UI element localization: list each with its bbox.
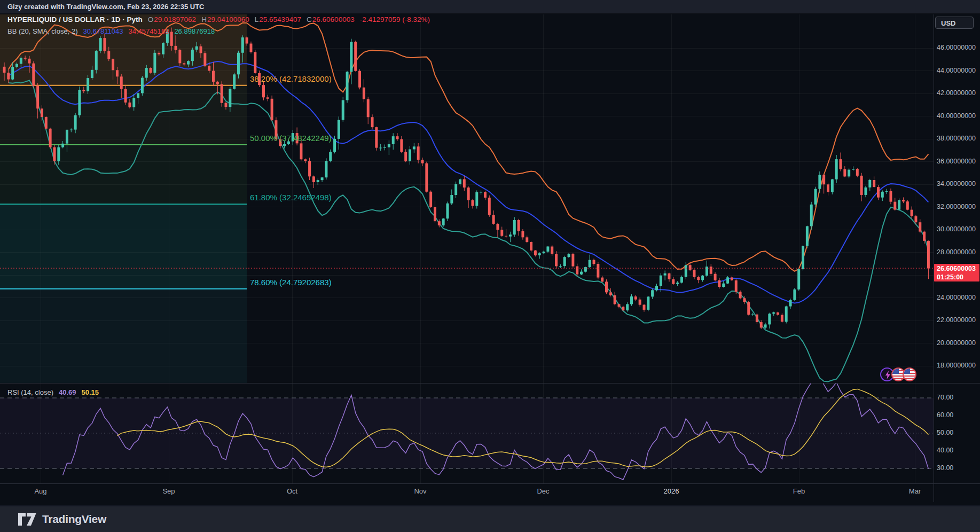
symbol-title: HYPERLIQUID / US DOLLAR · 1D · Pyth	[7, 15, 143, 24]
fib-level-label: 78.60% (24.79202683)	[250, 278, 332, 287]
ohlc-low: L25.65439407	[255, 15, 301, 24]
rsi-legend[interactable]: RSI (14, close) 40.69 50.15	[7, 388, 99, 396]
ohlc-open: O29.01897062	[148, 15, 196, 24]
price-tick: 28.00000000	[937, 248, 976, 256]
lightning-icon	[884, 371, 891, 379]
price-tick: 30.00000000	[937, 225, 976, 233]
price-tick: 22.00000000	[937, 316, 976, 324]
tradingview-logo-mark	[18, 512, 37, 526]
source-badges[interactable]	[880, 367, 916, 381]
credit-bar: Gizy created with TradingView.com, Feb 2…	[0, 0, 980, 14]
us-flag-icon[interactable]	[903, 367, 916, 381]
rsi-tick: 50.00	[937, 429, 953, 436]
rsi-ma-value: 50.15	[82, 388, 99, 396]
chart-canvas[interactable]	[0, 0, 980, 505]
last-price-value: 26.60600003	[937, 264, 979, 273]
price-tick: 36.00000000	[937, 158, 976, 165]
fib-level-label: 50.00% (37.48242249)	[250, 134, 332, 143]
rsi-tick: 30.00	[937, 464, 953, 472]
symbol-legend[interactable]: HYPERLIQUID / US DOLLAR · 1D · Pyth O29.…	[7, 15, 430, 24]
price-tick: 24.00000000	[937, 294, 976, 301]
price-tick: 46.00000000	[937, 44, 976, 51]
rsi-tick: 40.00	[937, 447, 953, 454]
close-value: 26.60600003	[312, 15, 355, 24]
time-tick: Feb	[783, 487, 815, 495]
usd-button[interactable]: USD	[935, 17, 974, 29]
change-value: -2.41297059 (-8.32%)	[360, 15, 430, 24]
price-tick: 38.00000000	[937, 135, 976, 142]
time-tick: Aug	[25, 487, 57, 495]
price-tick: 18.00000000	[937, 362, 976, 369]
bb-legend[interactable]: BB (20, SMA, close, 2) 30.67811043 34.45…	[7, 27, 215, 35]
time-tick: Sep	[153, 487, 185, 495]
price-tick: 34.00000000	[937, 180, 976, 187]
tradingview-wordmark: TradingView	[42, 513, 106, 526]
ohlc-high: H29.04100060	[201, 15, 249, 24]
open-value: 29.01897062	[154, 15, 196, 24]
time-tick: Nov	[404, 487, 436, 495]
fib-level-label: 61.80% (32.24652498)	[250, 193, 332, 202]
price-tick: 44.00000000	[937, 67, 976, 74]
rsi-value: 40.69	[59, 388, 76, 396]
bb-upper-value: 34.45745168	[128, 27, 169, 35]
tradingview-logo[interactable]: TradingView	[18, 512, 106, 526]
ohlc-close: C26.60600003	[307, 15, 355, 24]
chart-window: Gizy created with TradingView.com, Feb 2…	[0, 0, 980, 505]
high-value: 29.04100060	[207, 15, 249, 24]
bb-legend-label: BB (20, SMA, close, 2)	[7, 27, 78, 35]
rsi-legend-label: RSI (14, close)	[7, 388, 53, 396]
time-tick: Oct	[276, 487, 308, 495]
time-tick: 2026	[655, 487, 687, 495]
fib-level-label: 38.20% (42.71832000)	[250, 74, 332, 83]
bb-lower-value: 26.89876918	[174, 27, 215, 35]
rsi-tick: 70.00	[937, 394, 953, 401]
currency-label: USD	[941, 19, 955, 27]
low-value: 25.65439407	[259, 15, 301, 24]
price-tick: 32.00000000	[937, 203, 976, 210]
footer-bar: TradingView	[0, 506, 980, 532]
time-tick: Dec	[527, 487, 559, 495]
price-tick: 42.00000000	[937, 89, 976, 97]
time-tick: Mar	[899, 487, 931, 495]
bb-basis-value: 30.67811043	[83, 27, 123, 35]
price-tick: 20.00000000	[937, 339, 976, 347]
price-tick: 40.00000000	[937, 112, 976, 120]
rsi-tick: 60.00	[937, 411, 953, 419]
credit-text: Gizy created with TradingView.com, Feb 2…	[7, 3, 204, 11]
bar-countdown: 01:25:00	[937, 273, 979, 281]
last-price-label: 26.60600003 01:25:00	[934, 264, 979, 281]
